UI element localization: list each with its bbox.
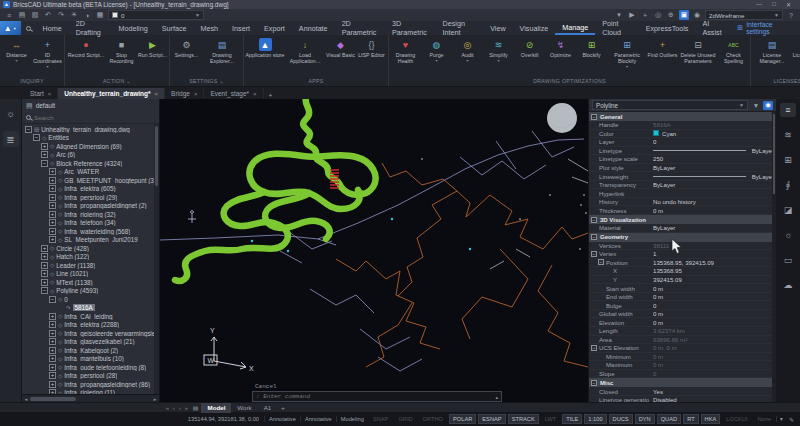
- attachments-panel-icon[interactable]: ∮: [780, 178, 796, 192]
- property-value[interactable]: ByLayer: [653, 181, 776, 188]
- expand-icon[interactable]: +: [49, 168, 56, 175]
- menu-tab-surface[interactable]: Surface: [155, 21, 194, 35]
- ribbon-button-lisp-editor[interactable]: {}LISP Editor: [356, 36, 387, 58]
- property-row-minimum[interactable]: Minimum0 m: [589, 353, 776, 362]
- property-value[interactable]: 0: [653, 138, 776, 145]
- ribbon-button-find-outliers[interactable]: +Find Outliers: [647, 36, 678, 58]
- expand-icon[interactable]: +: [41, 151, 48, 158]
- property-row-bulge[interactable]: Bulge0: [589, 301, 776, 310]
- property-value[interactable]: No undo history: [653, 198, 776, 205]
- tree-item-leader-1138[interactable]: +◇Leader (1138): [22, 261, 159, 270]
- ribbon-button-parametric-blockify[interactable]: ⊞Parametric Blockify▾: [607, 36, 647, 69]
- tree-item-block-reference-4324[interactable]: −◇Block Reference (4324): [22, 159, 159, 168]
- properties-section-misc[interactable]: −Misc: [589, 378, 776, 387]
- edit-pencil-icon[interactable]: ✎: [786, 416, 797, 423]
- menu-tab-2d-drafting[interactable]: 2D Drafting: [69, 21, 112, 35]
- property-value[interactable]: 135368.95, 392415.09: [653, 259, 776, 266]
- property-row-area[interactable]: Area93896.86 m²: [589, 336, 776, 345]
- maximize-button[interactable]: □: [772, 1, 776, 8]
- menu-tab-home[interactable]: Home: [36, 21, 69, 35]
- properties-section-geometry[interactable]: −Geometry: [589, 233, 776, 242]
- property-row-hyperlink[interactable]: Hyperlink: [589, 189, 776, 198]
- property-value[interactable]: Yes: [653, 388, 776, 395]
- status-toggle-polar[interactable]: POLAR: [449, 414, 476, 424]
- property-row-linetype-scale[interactable]: Linetype scale250: [589, 155, 776, 164]
- menu-tab-annotate[interactable]: Annotate: [292, 21, 335, 35]
- expand-icon[interactable]: +: [41, 262, 48, 269]
- expand-icon[interactable]: +: [49, 313, 56, 320]
- tips-bulb-icon[interactable]: ☼: [3, 105, 19, 121]
- new-document-tab-button[interactable]: +: [264, 92, 278, 99]
- new-file-icon[interactable]: ▤: [17, 10, 27, 20]
- close-tab-icon[interactable]: ×: [155, 91, 159, 97]
- collapse-icon[interactable]: −: [33, 134, 40, 141]
- scrollbar-thumb[interactable]: [773, 114, 775, 194]
- tree-item-infra-telefoon-34[interactable]: +◇Infra_telefoon (34): [22, 219, 159, 228]
- status-toggle-1-100[interactable]: 1:100: [584, 414, 606, 424]
- expand-icon[interactable]: +: [41, 279, 48, 286]
- property-value[interactable]: 0 m, 0 m: [653, 344, 776, 351]
- status-toggle-strack[interactable]: STRACK: [508, 414, 539, 424]
- snap-tracking-icon[interactable]: +: [640, 10, 650, 20]
- menu-tab-insert[interactable]: Insert: [225, 21, 257, 35]
- layout-nav-icon-0[interactable]: «: [164, 405, 171, 411]
- tree-item-hatch-122[interactable]: +◇Hatch (122): [22, 253, 159, 262]
- interface-settings-button[interactable]: ⊞ Interface settings: [731, 21, 800, 35]
- expand-icon[interactable]: +: [49, 228, 56, 235]
- properties-section-3d-visualization[interactable]: −3D Visualization: [589, 215, 776, 224]
- property-row-global-width[interactable]: Global width0 m: [589, 310, 776, 319]
- menu-tab-visualize[interactable]: Visualize: [513, 21, 556, 35]
- layout-nav-icon-3[interactable]: »: [183, 405, 190, 411]
- status-toggle-tile[interactable]: TILE: [562, 414, 582, 424]
- new-layout-button[interactable]: +: [277, 404, 289, 411]
- document-tab-event-stage[interactable]: Event_stage*×: [204, 88, 263, 99]
- tree-item-infra-propangasleidingnet-2[interactable]: +◇Infra_propangasleidingnet (2): [22, 202, 159, 211]
- property-row-end-width[interactable]: End width0 m: [589, 293, 776, 302]
- property-value[interactable]: 250: [653, 155, 776, 162]
- ribbon-button-check-spelling[interactable]: ABCCheck Spelling: [718, 36, 749, 64]
- ribbon-button-license-manager[interactable]: ▤License Manager...: [752, 36, 792, 64]
- tree-item-arc-water[interactable]: +◇Arc_WATER: [22, 168, 159, 177]
- tree-item-infra-elektra-2288[interactable]: +◇Infra_elektra (2288): [22, 321, 159, 330]
- chevron-down-icon[interactable]: ▾: [776, 416, 786, 422]
- expand-icon[interactable]: +: [49, 330, 56, 337]
- collapse-icon[interactable]: −: [591, 234, 597, 240]
- property-row-material[interactable]: MaterialByLayer: [589, 224, 776, 233]
- property-row-elevation[interactable]: Elevation0 m: [589, 318, 776, 327]
- status-field-modeling-2[interactable]: Modeling: [336, 416, 368, 422]
- property-value[interactable]: ByLayer: [653, 147, 776, 154]
- tree-item-infra-cai-leiding[interactable]: +◇Infra_CAI_leiding: [22, 312, 159, 321]
- status-toggle-dyn[interactable]: DYN: [635, 414, 655, 424]
- expand-icon[interactable]: +: [49, 321, 56, 328]
- expand-icon[interactable]: +: [49, 372, 56, 379]
- property-value[interactable]: 38111: [653, 242, 776, 249]
- ribbon-button-application-store[interactable]: ▲Application store: [245, 36, 285, 58]
- redo-icon[interactable]: ↷: [56, 10, 66, 20]
- collapse-icon[interactable]: −: [591, 217, 597, 223]
- scrollbar-thumb[interactable]: [155, 126, 158, 186]
- lights-panel-icon[interactable]: ☼: [780, 228, 796, 242]
- menu-tab-expresstools[interactable]: ExpressTools: [639, 21, 696, 35]
- close-button[interactable]: ✕: [786, 1, 791, 8]
- open-file-icon[interactable]: ▧: [30, 10, 40, 20]
- expand-icon[interactable]: +: [49, 381, 56, 388]
- command-tips-panel-icon[interactable]: ▭: [780, 253, 796, 267]
- menu-tab-ai-assist[interactable]: AI Assist: [695, 21, 731, 35]
- property-value[interactable]: 135368.95: [653, 267, 776, 274]
- close-tab-icon[interactable]: ×: [48, 91, 52, 97]
- expand-icon[interactable]: +: [49, 364, 56, 371]
- orbit-icon[interactable]: ◎: [653, 10, 663, 20]
- properties-scrollbar[interactable]: [772, 112, 776, 402]
- status-field-annotative-0[interactable]: Annotative: [264, 416, 300, 422]
- collapse-icon[interactable]: −: [591, 114, 597, 120]
- property-row-history[interactable]: HistoryNo undo history: [589, 198, 776, 207]
- close-tab-icon[interactable]: ×: [253, 91, 257, 97]
- menu-tab-mesh[interactable]: Mesh: [194, 21, 226, 35]
- tree-item-infra-propangasleidingnet-86[interactable]: +◇Infra_propangasleidingnet (86): [22, 380, 159, 389]
- property-row-linetype-generatio[interactable]: Linetype generatioDisabled: [589, 396, 776, 402]
- document-tab-unhealthy-terrain-drawing[interactable]: Unhealthy_terrain_drawing*×: [58, 88, 165, 99]
- property-row-color[interactable]: ColorCyan: [589, 130, 776, 139]
- cloud-panel-icon[interactable]: ☁: [780, 278, 796, 292]
- scroll-right-arrow-icon[interactable]: ▸: [151, 396, 159, 402]
- render-mode-icon[interactable]: ◉: [692, 10, 702, 20]
